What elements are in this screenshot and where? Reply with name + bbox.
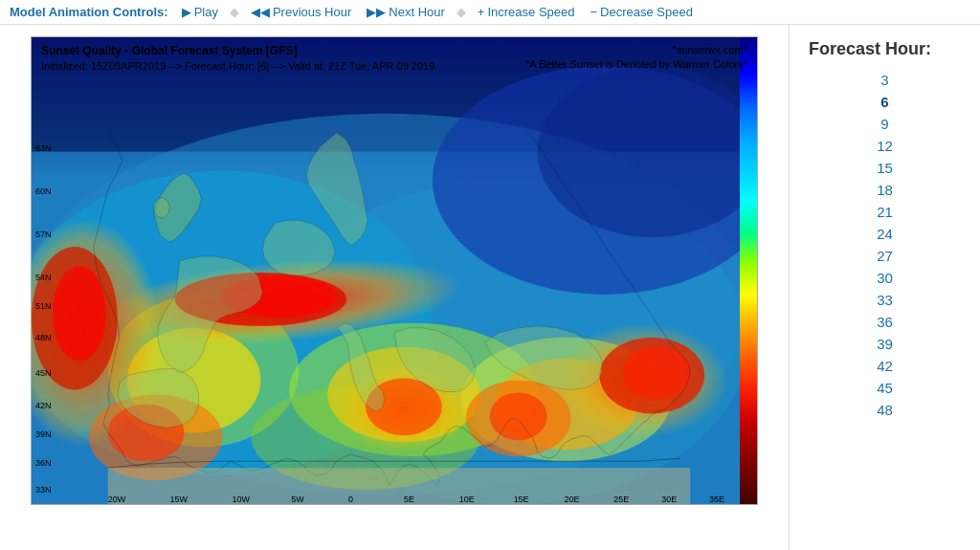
decrease-speed-button[interactable]: − Decrease Speed [585, 5, 699, 19]
plus-icon: + [478, 5, 485, 19]
svg-text:42N: 42N [35, 401, 51, 410]
forecast-hour-item[interactable]: 39 [809, 333, 961, 355]
svg-text:5E: 5E [404, 495, 414, 504]
color-scale-bar [740, 37, 757, 504]
forecast-hour-item[interactable]: 45 [809, 377, 961, 399]
forecast-hour-item[interactable]: 42 [809, 355, 961, 377]
forecast-hour-item[interactable]: 21 [809, 201, 961, 223]
svg-text:15W: 15W [170, 495, 189, 504]
forecast-hour-item[interactable]: 18 [809, 179, 961, 201]
separator-1: ◆ [230, 5, 239, 19]
play-button[interactable]: ▶ Play [176, 5, 224, 19]
decrease-speed-label: Decrease Speed [600, 5, 693, 19]
forecast-hour-item[interactable]: 30 [809, 267, 961, 289]
next-hour-label: Next Hour [389, 5, 445, 19]
svg-rect-30 [108, 468, 690, 504]
forecast-hour-item[interactable]: 27 [809, 245, 961, 267]
forecast-hour-item[interactable]: 36 [809, 311, 961, 333]
forecast-hour-item[interactable]: 9 [809, 113, 961, 135]
play-icon: ▶ [182, 5, 191, 19]
prev-hour-label: Previous Hour [273, 5, 351, 19]
map-container: Sunset Quality - Global Forecast System … [31, 36, 758, 505]
svg-text:15E: 15E [514, 495, 529, 504]
forecast-hour-item[interactable]: 12 [809, 135, 961, 157]
separator-2: ◆ [457, 5, 466, 19]
svg-text:5W: 5W [291, 495, 304, 504]
forecast-sidebar: Forecast Hour: 3691215182124273033363942… [789, 25, 980, 550]
forecast-hour-item[interactable]: 33 [809, 289, 961, 311]
sidebar-title: Forecast Hour: [809, 39, 961, 59]
forecast-hour-item[interactable]: 3 [809, 69, 961, 91]
animation-controls-toolbar: Model Animation Controls: ▶ Play ◆ ◀◀ Pr… [0, 0, 980, 25]
svg-text:25E: 25E [613, 495, 629, 504]
svg-text:35E: 35E [709, 495, 724, 504]
svg-text:20W: 20W [108, 495, 126, 504]
svg-text:57N: 57N [35, 230, 51, 239]
svg-text:39N: 39N [35, 429, 51, 439]
svg-text:30E: 30E [661, 495, 677, 504]
increase-speed-label: Increase Speed [487, 5, 574, 19]
toolbar-label: Model Animation Controls: [10, 5, 168, 19]
svg-text:45N: 45N [35, 368, 51, 378]
next-hour-button[interactable]: ▶▶ Next Hour [361, 5, 451, 19]
forecast-hour-item[interactable]: 6 [809, 91, 961, 113]
svg-text:48N: 48N [35, 333, 51, 342]
prev-hour-button[interactable]: ◀◀ Previous Hour [245, 5, 357, 19]
forecast-hour-item[interactable]: 24 [809, 223, 961, 245]
svg-text:0: 0 [348, 495, 353, 504]
next-icon: ▶▶ [367, 5, 386, 19]
svg-text:33N: 33N [35, 485, 51, 495]
main-content: Sunset Quality - Global Forecast System … [0, 25, 980, 550]
minus-icon: − [590, 5, 598, 19]
svg-text:60N: 60N [35, 187, 51, 196]
svg-text:10E: 10E [459, 495, 475, 504]
forecast-hour-item[interactable]: 15 [809, 157, 961, 179]
svg-text:51N: 51N [35, 301, 51, 311]
svg-point-27 [490, 392, 547, 440]
prev-icon: ◀◀ [251, 5, 270, 19]
svg-text:63N: 63N [35, 144, 51, 154]
increase-speed-button[interactable]: + Increase Speed [472, 5, 581, 19]
forecast-hours-list: 36912151821242730333639424548 [809, 69, 961, 421]
forecast-hour-item[interactable]: 48 [809, 399, 961, 421]
weather-map-svg: 63N 60N 57N 54N 51N 48N 45N 42N 39N 36N … [32, 37, 740, 504]
svg-text:36N: 36N [35, 458, 51, 468]
svg-text:20E: 20E [564, 495, 579, 504]
map-area: Sunset Quality - Global Forecast System … [0, 25, 789, 550]
play-label: Play [194, 5, 218, 19]
svg-text:54N: 54N [35, 273, 51, 282]
svg-text:10W: 10W [232, 495, 250, 504]
svg-point-18 [53, 266, 106, 362]
